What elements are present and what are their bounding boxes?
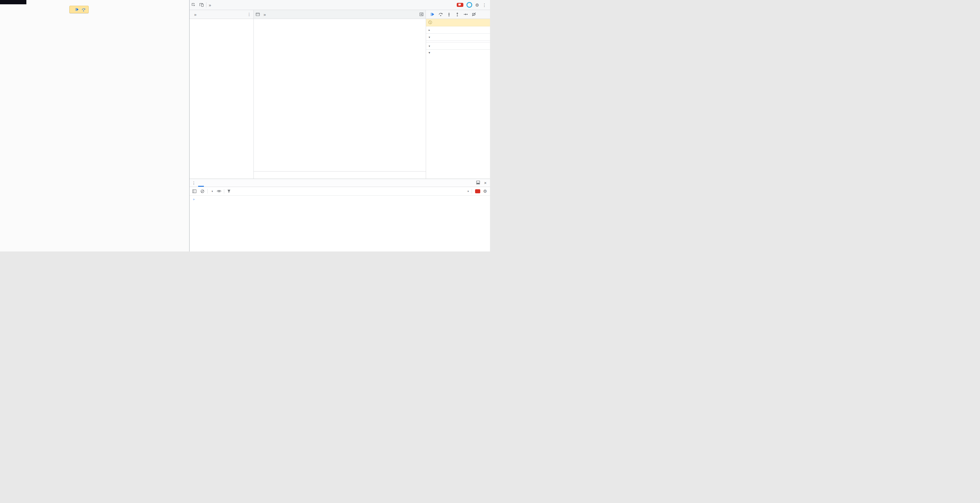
drawer-header: ⋮ ×	[189, 179, 490, 187]
step-out-button[interactable]	[453, 11, 461, 18]
more-navigator-tabs-icon[interactable]: »	[192, 10, 198, 19]
chevron-down-icon: ▾	[467, 190, 469, 193]
console-drawer: ⋮ × ▾	[189, 179, 490, 252]
toolbar-divider	[206, 2, 207, 8]
issues-counter[interactable]	[474, 189, 480, 193]
inspect-element-icon[interactable]	[189, 0, 197, 10]
editor-pane-icon[interactable]	[254, 10, 262, 19]
resume-button[interactable]	[429, 11, 436, 18]
file-tree	[189, 19, 254, 179]
navigator-header: » ⋮	[189, 10, 254, 19]
log-levels-selector[interactable]: ▾	[465, 190, 470, 193]
drawer-tab-console[interactable]	[198, 179, 204, 187]
watch-section-header[interactable]: ▸	[426, 26, 490, 33]
overlay-resume-icon[interactable]	[75, 8, 79, 11]
devtools-window: » ⚙ ⋮ » ⋮ »	[189, 0, 490, 252]
dock-side-icon[interactable]	[476, 181, 480, 185]
overlay-step-over-icon[interactable]	[81, 8, 86, 12]
navigator-menu-icon[interactable]: ⋮	[247, 10, 253, 19]
errors-badge[interactable]	[457, 3, 463, 7]
clear-console-icon[interactable]	[199, 188, 205, 194]
toggle-debugger-sidebar-icon[interactable]	[417, 10, 425, 19]
step-into-button[interactable]	[445, 11, 453, 18]
filter-funnel-icon	[226, 188, 232, 194]
live-expression-eye-icon[interactable]	[216, 188, 222, 194]
info-icon: ⓘ	[428, 20, 432, 25]
settings-gear-icon[interactable]: ⚙	[476, 3, 479, 7]
local-collapse-icon[interactable]: ▾	[428, 51, 431, 54]
console-prompt[interactable]: ›	[189, 196, 490, 203]
code-area[interactable]	[254, 19, 426, 171]
step-over-button[interactable]	[437, 11, 444, 18]
breakpoints-section-header[interactable]: ▾	[426, 33, 490, 41]
editor-tab-strip: »	[254, 10, 426, 19]
scope-group-local[interactable]: ▾	[426, 49, 490, 55]
watch-expand-icon[interactable]: ▸	[428, 29, 431, 32]
more-editor-tabs-icon[interactable]: »	[262, 10, 267, 19]
debugger-paused-banner: ⓘ	[426, 19, 490, 26]
prompt-chevron-icon: ›	[192, 197, 195, 201]
debugger-sidebar: ⓘ ▸ ▾ ▾ ▾	[426, 19, 490, 179]
devtools-main-toolbar: » ⚙ ⋮	[189, 0, 490, 10]
deactivate-breakpoints-button[interactable]	[470, 11, 478, 18]
scope-section-header[interactable]: ▾	[426, 42, 490, 49]
page-header-fragment	[0, 0, 26, 4]
step-button[interactable]	[462, 11, 469, 18]
context-selector[interactable]: ▾	[209, 190, 214, 193]
scope-collapse-icon[interactable]: ▾	[428, 45, 431, 48]
more-panels-icon[interactable]: »	[207, 0, 213, 10]
console-toolbar: ▾ ▾ ⚙	[189, 187, 490, 196]
devtools-menu-icon[interactable]: ⋮	[482, 3, 487, 7]
console-sidebar-icon[interactable]	[191, 188, 197, 194]
sources-second-row: » ⋮ »	[189, 10, 490, 19]
console-settings-gear-icon[interactable]: ⚙	[482, 188, 488, 194]
chevron-down-icon: ▾	[212, 190, 213, 193]
debugger-controls-toolbar	[426, 10, 490, 19]
device-toolbar-icon[interactable]	[197, 0, 205, 10]
drawer-menu-icon[interactable]: ⋮	[189, 179, 198, 187]
breakpoints-collapse-icon[interactable]: ▾	[428, 35, 431, 39]
close-drawer-icon[interactable]: ×	[484, 180, 487, 185]
screenshot-root: » ⚙ ⋮ » ⋮ »	[0, 0, 490, 252]
circular-blue-badge-icon[interactable]	[466, 2, 472, 8]
issues-badge	[475, 189, 480, 193]
code-editor[interactable]	[254, 19, 426, 179]
toolbar-right-cluster: ⚙ ⋮	[457, 0, 490, 10]
editor-status-bar	[254, 171, 426, 179]
paused-in-debugger-overlay	[69, 6, 89, 13]
inspected-page-area	[0, 0, 189, 252]
console-filter-input[interactable]	[234, 189, 327, 194]
